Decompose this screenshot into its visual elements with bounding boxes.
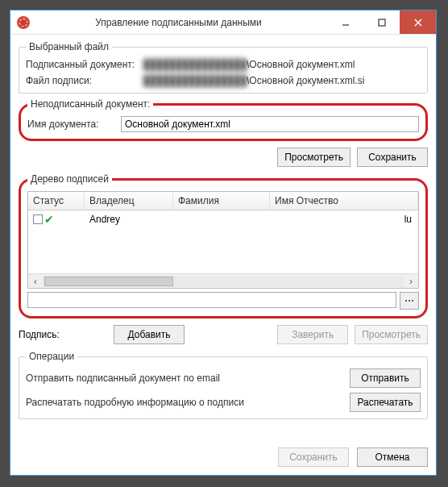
row-checkbox[interactable] xyxy=(33,214,43,224)
selected-file-group: Выбранный файл Подписанный документ: ███… xyxy=(19,41,428,94)
ellipsis-icon: ⋯ xyxy=(404,295,414,306)
tree-path-row: ⋯ xyxy=(27,292,419,310)
window: Управление подписанными данными Выбранны… xyxy=(10,10,437,476)
footer-buttons: Сохранить Отмена xyxy=(10,443,436,475)
signature-tree-legend: Дерево подписей xyxy=(27,173,112,185)
add-button[interactable]: Добавить xyxy=(114,325,185,344)
unsigned-doc-group: Неподписанный документ: Имя документа: xyxy=(19,98,428,141)
cell-tail: lu xyxy=(270,212,418,227)
sig-file-row: Файл подписи: ████████████████\Основной … xyxy=(26,75,421,86)
doc-name-input[interactable] xyxy=(121,116,419,132)
table-row[interactable]: ✔ Andrey lu xyxy=(28,210,418,228)
certify-button: Заверить xyxy=(277,325,348,344)
unsigned-doc-legend: Неподписанный документ: xyxy=(27,98,153,110)
footer-save-button: Сохранить xyxy=(278,447,349,467)
signature-table: Статус Владелец Фамилия Имя Отчество ✔ A… xyxy=(27,191,419,289)
signed-doc-value: ████████████████\Основной документ.xml xyxy=(143,59,421,70)
table-body: ✔ Andrey lu xyxy=(28,210,418,273)
tree-path-input[interactable] xyxy=(27,292,396,308)
cell-surname xyxy=(173,218,270,221)
doc-name-label: Имя документа: xyxy=(27,119,116,130)
col-name-patronym[interactable]: Имя Отчество xyxy=(270,192,418,210)
scroll-track[interactable] xyxy=(43,276,404,287)
print-info-label: Распечатать подробную информацию о подпи… xyxy=(26,397,345,408)
col-owner[interactable]: Владелец xyxy=(85,192,173,210)
app-icon xyxy=(17,16,30,29)
horizontal-scrollbar[interactable]: ‹ › xyxy=(28,273,418,288)
print-button[interactable]: Распечатать xyxy=(350,393,421,412)
checkmark-icon: ✔ xyxy=(44,214,54,225)
table-header: Статус Владелец Фамилия Имя Отчество xyxy=(28,192,418,210)
signature-tree-group: Дерево подписей Статус Владелец Фамилия … xyxy=(19,173,428,318)
sig-file-blur: ████████████████ xyxy=(143,75,247,86)
scroll-left-icon[interactable]: ‹ xyxy=(28,274,43,289)
send-button[interactable]: Отправить xyxy=(350,368,421,388)
footer-cancel-button[interactable]: Отмена xyxy=(357,447,428,467)
scroll-right-icon[interactable]: › xyxy=(404,274,418,289)
signed-doc-row: Подписанный документ: ████████████████\О… xyxy=(26,59,421,70)
tree-path-button[interactable]: ⋯ xyxy=(400,292,419,310)
scroll-thumb[interactable] xyxy=(44,277,173,286)
operations-legend: Операции xyxy=(26,351,77,362)
send-email-row: Отправить подписанный документ по email … xyxy=(26,368,421,388)
minimize-button[interactable] xyxy=(327,10,363,34)
svg-rect-1 xyxy=(379,19,385,26)
col-status[interactable]: Статус xyxy=(28,192,85,210)
maximize-button[interactable] xyxy=(363,10,400,34)
send-email-label: Отправить подписанный документ по email xyxy=(26,373,345,384)
unsigned-buttons: Просмотреть Сохранить xyxy=(19,148,428,167)
window-title: Управление подписанными данными xyxy=(30,17,327,28)
content: Выбранный файл Подписанный документ: ███… xyxy=(10,35,436,443)
col-surname[interactable]: Фамилия xyxy=(173,192,270,210)
operations-group: Операции Отправить подписанный документ … xyxy=(19,351,428,419)
titlebar: Управление подписанными данными xyxy=(10,10,436,35)
cell-status: ✔ xyxy=(28,212,85,227)
cell-owner: Andrey xyxy=(85,212,173,227)
sig-file-label: Файл подписи: xyxy=(26,75,139,86)
signature-buttons: Подпись: Добавить Заверить Просмотреть xyxy=(19,325,428,344)
signed-doc-blur: ████████████████ xyxy=(143,59,247,70)
signed-doc-label: Подписанный документ: xyxy=(26,59,139,70)
print-info-row: Распечатать подробную информацию о подпи… xyxy=(26,393,421,412)
doc-name-row: Имя документа: xyxy=(27,116,419,132)
close-button[interactable] xyxy=(400,10,436,34)
selected-file-legend: Выбранный файл xyxy=(26,41,112,52)
view-button[interactable]: Просмотреть xyxy=(277,148,351,167)
save-unsigned-button[interactable]: Сохранить xyxy=(357,148,428,167)
sig-file-value: ████████████████\Основной документ.xml.s… xyxy=(143,75,421,86)
view-signature-button: Просмотреть xyxy=(355,325,428,344)
window-buttons xyxy=(327,10,436,34)
signature-label: Подпись: xyxy=(19,329,107,340)
